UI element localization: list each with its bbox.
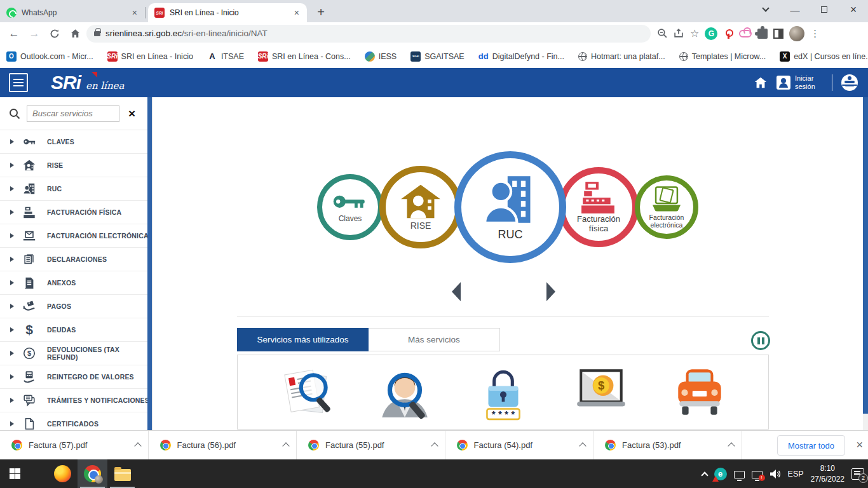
address-bar[interactable]: srienlinea.sri.gob.ec/sri-en-linea/inici…: [86, 25, 651, 43]
tab-servicios-mas-utilizados[interactable]: Servicios más utilizados: [237, 328, 369, 351]
password-key-extension-icon[interactable]: [723, 29, 733, 39]
back-icon[interactable]: ←: [5, 25, 23, 43]
clear-search-icon[interactable]: ×: [128, 107, 135, 121]
chevron-up-icon[interactable]: [282, 442, 289, 449]
close-downloads-icon[interactable]: ×: [856, 438, 863, 452]
bookmark-outlook[interactable]: OOutlook.com - Micr...: [6, 51, 93, 62]
sidebar-scrollbar-track[interactable]: [147, 97, 152, 430]
sidebar-scrollbar-thumb[interactable]: [147, 97, 152, 430]
chrome-pdf-icon: [308, 440, 319, 451]
show-all-downloads-button[interactable]: Mostrar todo: [777, 435, 845, 456]
sidebar-item-claves[interactable]: CLAVES: [0, 130, 152, 154]
padlock-password-icon[interactable]: * * * *: [474, 362, 532, 425]
carousel-item-facturacion-fisica[interactable]: Facturación física: [559, 167, 639, 247]
tab-mas-servicios[interactable]: Más servicios: [369, 328, 500, 351]
home-icon[interactable]: [754, 76, 768, 90]
tab-whatsapp[interactable]: WhatsApp ×: [0, 3, 145, 22]
page-scrollbar-thumb[interactable]: [863, 97, 868, 414]
chevron-up-icon[interactable]: [579, 442, 586, 449]
close-window-button[interactable]: ×: [839, 0, 868, 19]
carousel-next-icon[interactable]: [546, 282, 555, 301]
start-button[interactable]: [0, 459, 30, 488]
pause-carousel-button[interactable]: [751, 331, 770, 350]
bookmark-itsae[interactable]: AITSAE: [207, 51, 244, 62]
bookmark-sgaitsae[interactable]: SGAISGAITSAE: [410, 51, 465, 62]
download-item[interactable]: Factura (54).pdf: [445, 431, 594, 459]
cloud-extension-icon[interactable]: [739, 30, 752, 37]
bookmark-sri-inicio[interactable]: SRiSRI en Línea - Inicio: [107, 51, 193, 62]
browser-menu-icon[interactable]: ⋮: [810, 28, 820, 39]
carousel-item-rise[interactable]: RISE: [379, 166, 462, 248]
carousel-item-ruc[interactable]: RUC: [454, 151, 566, 263]
hamburger-menu-button[interactable]: [9, 73, 28, 92]
download-item[interactable]: Factura (57).pdf: [0, 431, 149, 459]
taskbar-chrome[interactable]: [78, 459, 107, 488]
reload-icon[interactable]: [46, 25, 64, 43]
download-item[interactable]: Factura (56).pdf: [149, 431, 297, 459]
grammarly-extension-icon[interactable]: G: [705, 27, 717, 40]
bookmark-star-icon[interactable]: ☆: [690, 27, 699, 39]
minimize-button[interactable]: —: [780, 0, 810, 19]
page-scrollbar-track[interactable]: [863, 97, 868, 430]
laptop-dollar-icon[interactable]: $: [572, 362, 630, 425]
network-icon[interactable]: [734, 471, 745, 478]
bookmark-digitaldefynd[interactable]: ddDigitalDefynd - Fin...: [478, 51, 564, 62]
document-search-icon[interactable]: [278, 362, 336, 425]
dark-reader-extension-icon[interactable]: [773, 29, 783, 39]
profile-avatar[interactable]: [789, 26, 804, 41]
sidebar-item-declaraciones[interactable]: DECLARACIONES: [0, 248, 152, 271]
bookmark-templates[interactable]: Templates | Microw...: [679, 52, 766, 61]
chevron-up-icon[interactable]: [134, 442, 141, 449]
close-tab-icon[interactable]: ×: [293, 8, 301, 18]
new-tab-button[interactable]: +: [312, 3, 330, 21]
sri-logo[interactable]: SRi en línea: [51, 72, 124, 93]
download-item[interactable]: Factura (55).pdf: [297, 431, 445, 459]
itsae-icon: A: [207, 51, 217, 62]
chevron-up-icon[interactable]: [728, 442, 735, 449]
home-icon[interactable]: [66, 25, 84, 43]
sidebar-item-tramites[interactable]: TRÁMITES Y NOTIFICACIONES: [0, 389, 152, 412]
search-input[interactable]: [27, 105, 119, 122]
tab-sri-en-linea[interactable]: SRi SRI en Línea - Inicio ×: [148, 3, 307, 22]
taskbar-file-explorer[interactable]: [107, 459, 137, 488]
accessibility-icon[interactable]: [841, 74, 858, 91]
taskbar-firefox[interactable]: [48, 459, 78, 488]
display-alert-icon[interactable]: [752, 471, 763, 478]
carousel-prev-icon[interactable]: [452, 282, 461, 301]
close-tab-icon[interactable]: ×: [131, 8, 139, 18]
sidebar-item-reintegro[interactable]: REINTEGRO DE VALORES: [0, 365, 152, 389]
login-button[interactable]: Iniciar sesión: [776, 74, 823, 91]
sidebar-item-certificados[interactable]: CERTIFICADOS: [0, 412, 152, 430]
tray-expand-icon[interactable]: [701, 471, 708, 478]
speaker-icon[interactable]: [770, 469, 781, 479]
restore-button[interactable]: [810, 0, 839, 19]
carousel-item-claves[interactable]: Claves: [317, 174, 383, 240]
extensions-puzzle-icon[interactable]: [757, 29, 768, 39]
sidebar-item-facturacion-fisica[interactable]: FACTURACIÓN FÍSICA: [0, 201, 152, 224]
sidebar-item-deudas[interactable]: $ DEUDAS: [0, 318, 152, 342]
tab-search-icon[interactable]: [751, 0, 780, 19]
bookmark-edx[interactable]: XedX | Cursos en líne...: [780, 51, 868, 62]
person-search-icon[interactable]: [376, 362, 434, 425]
bookmark-sri-consultas[interactable]: SRiSRI en Línea - Cons...: [258, 51, 351, 62]
sidebar-item-ruc[interactable]: RUC: [0, 177, 152, 201]
car-icon[interactable]: [670, 362, 729, 425]
notifications-icon[interactable]: 2: [851, 468, 864, 480]
chevron-up-icon[interactable]: [431, 442, 438, 449]
carousel-item-facturacion-electronica[interactable]: Facturación electrónica: [635, 175, 698, 239]
bookmark-hotmart[interactable]: Hotmart: una plataf...: [578, 52, 665, 61]
clock[interactable]: 8:1027/6/2022: [811, 463, 844, 484]
zoom-icon[interactable]: [657, 28, 668, 39]
sidebar-item-rise[interactable]: RISE: [0, 154, 152, 177]
most-used-services-panel: * * * * $: [237, 355, 769, 430]
sidebar-item-pagos[interactable]: PAGOS: [0, 295, 152, 318]
sidebar-item-devoluciones[interactable]: $ DEVOLUCIONES (TAX REFUND): [0, 342, 152, 365]
forward-icon[interactable]: →: [25, 25, 43, 43]
language-indicator[interactable]: ESP: [788, 470, 804, 478]
tray-e-app-icon[interactable]: e: [714, 468, 727, 480]
bookmark-iess[interactable]: IESS: [365, 51, 397, 62]
share-icon[interactable]: [674, 28, 684, 39]
sidebar-item-anexos[interactable]: ANEXOS: [0, 271, 152, 295]
sidebar-item-facturacion-electronica[interactable]: FACTURACIÓN ELECTRÓNICA: [0, 224, 152, 248]
download-item[interactable]: Factura (53).pdf: [593, 431, 742, 459]
